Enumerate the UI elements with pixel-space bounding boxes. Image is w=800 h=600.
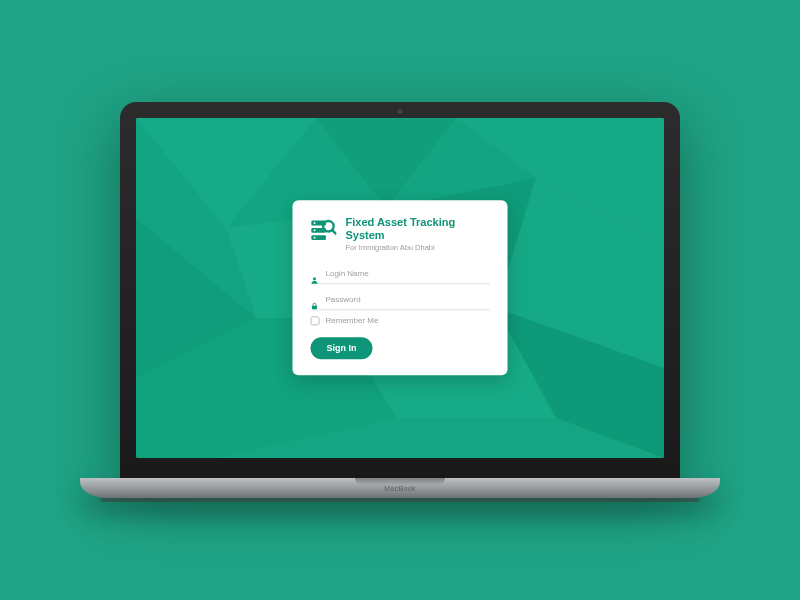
password-field[interactable] (311, 291, 490, 311)
brand-header: Fixed Asset Tracking System For Immigrat… (311, 216, 490, 252)
remember-me-label: Remember Me (326, 317, 379, 326)
app-subtitle: For Immigration Abu Dhabi (346, 244, 490, 253)
app-title: Fixed Asset Tracking System (346, 216, 490, 242)
camera-dot (398, 109, 403, 114)
laptop-base: MacBook (80, 478, 720, 498)
user-icon (311, 270, 319, 278)
device-label: MacBook (384, 485, 415, 492)
svg-rect-21 (312, 306, 317, 310)
remember-me-row[interactable]: Remember Me (311, 317, 490, 326)
svg-line-19 (332, 230, 336, 234)
login-name-field[interactable] (311, 265, 490, 285)
asset-tracking-icon (311, 217, 337, 243)
brand-text: Fixed Asset Tracking System For Immigrat… (346, 216, 490, 252)
svg-point-15 (314, 229, 316, 231)
svg-point-20 (313, 277, 316, 280)
screen-bezel: Fixed Asset Tracking System For Immigrat… (120, 102, 680, 478)
laptop-mockup: Fixed Asset Tracking System For Immigrat… (120, 102, 680, 498)
laptop-feet (100, 498, 700, 502)
lock-icon (311, 296, 319, 304)
password-input[interactable] (326, 296, 490, 305)
sign-in-button[interactable]: Sign In (311, 338, 373, 360)
screen: Fixed Asset Tracking System For Immigrat… (136, 118, 664, 458)
svg-point-13 (314, 222, 316, 224)
login-card: Fixed Asset Tracking System For Immigrat… (293, 200, 508, 375)
login-name-input[interactable] (326, 270, 490, 279)
remember-me-checkbox[interactable] (311, 317, 320, 326)
svg-rect-16 (311, 235, 326, 240)
svg-point-17 (314, 237, 316, 239)
